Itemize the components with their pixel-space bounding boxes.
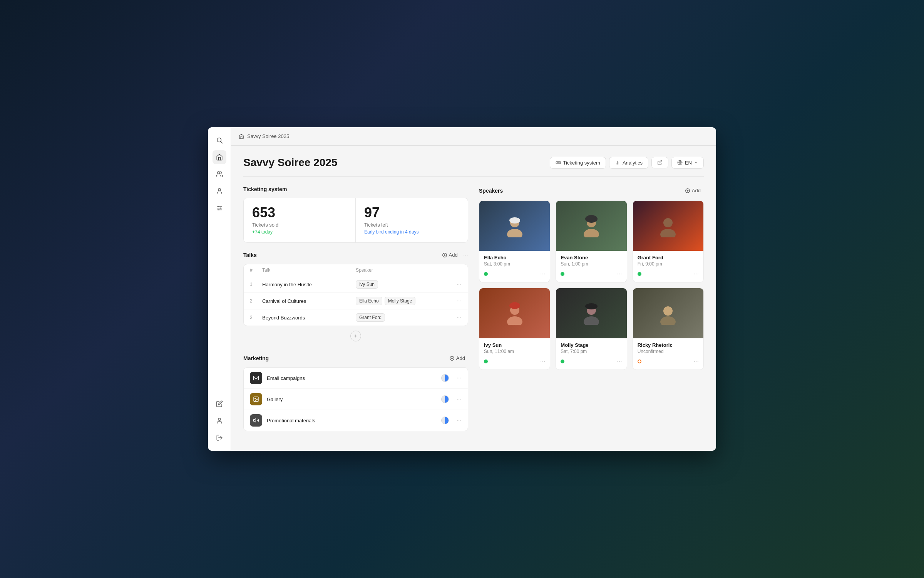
- svg-point-10: [218, 418, 221, 420]
- controls-nav-icon[interactable]: [213, 201, 226, 215]
- speaker-card-evan-stone: Evan Stone Sun, 1:00 pm ···: [556, 200, 627, 282]
- profile-nav-icon[interactable]: [213, 414, 226, 428]
- molly-stage-avatar-svg: [580, 302, 603, 325]
- svg-point-46: [584, 316, 599, 325]
- edit-nav-icon[interactable]: [213, 397, 226, 411]
- tickets-sold-label: Tickets sold: [252, 222, 347, 228]
- svg-point-36: [509, 217, 520, 223]
- export-button[interactable]: [651, 157, 668, 168]
- speaker-tag-grant-ford: Grant Ford: [356, 313, 385, 322]
- row-3-more[interactable]: ···: [449, 314, 462, 321]
- promo-materials-toggle[interactable]: [441, 417, 449, 424]
- ricky-rhetoric-footer: ···: [638, 358, 699, 365]
- grant-ford-footer: ···: [638, 271, 699, 277]
- gallery-more[interactable]: ···: [457, 396, 462, 403]
- row-2-speakers: Ella Echo Molly Stage: [356, 297, 449, 305]
- chevron-down-icon: [694, 161, 698, 165]
- promo-materials-more[interactable]: ···: [457, 417, 462, 424]
- promo-materials-icon: [250, 414, 262, 427]
- ella-echo-more[interactable]: ···: [540, 271, 545, 277]
- svg-line-16: [660, 161, 662, 163]
- search-icon[interactable]: [213, 133, 226, 147]
- marketing-add-button[interactable]: Add: [446, 354, 468, 363]
- svg-point-3: [218, 188, 221, 191]
- tickets-sold-card: 653 Tickets sold +74 today: [244, 198, 356, 242]
- audience-nav-icon[interactable]: [213, 167, 226, 181]
- row-1-more[interactable]: ···: [449, 281, 462, 288]
- marketing-list: Email campaigns ··· Gallery ···: [243, 367, 468, 431]
- grant-ford-more[interactable]: ···: [694, 271, 699, 277]
- gallery-toggle[interactable]: [441, 395, 449, 403]
- grant-ford-avatar-svg: [656, 214, 680, 237]
- ticketing-cards: 653 Tickets sold +74 today 97 Tickets le…: [243, 198, 468, 243]
- speaker-tag-ivy-sun: Ivy Sun: [356, 280, 378, 289]
- svg-point-9: [218, 209, 219, 210]
- evan-stone-info: Evan Stone Sun, 1:00 pm ···: [556, 251, 626, 282]
- page-title: Savvy Soiree 2025: [243, 156, 337, 169]
- tickets-left-card: 97 Tickets left Early bird ending in 4 d…: [356, 198, 468, 242]
- talks-section: Talks Add ··· #: [243, 250, 468, 346]
- tickets-sold-number: 653: [252, 206, 347, 220]
- evan-stone-name: Evan Stone: [561, 255, 622, 260]
- sidebar: [208, 127, 231, 451]
- talks-add-button[interactable]: Add: [439, 250, 461, 259]
- ricky-rhetoric-more[interactable]: ···: [694, 358, 699, 365]
- speakers-nav-icon[interactable]: [213, 184, 226, 198]
- tickets-left-sub: Early bird ending in 4 days: [364, 229, 459, 235]
- speaker-tag-ella-echo: Ella Echo: [356, 297, 382, 305]
- ticketing-system-button[interactable]: Ticketing system: [550, 157, 606, 169]
- molly-stage-date: Sat, 7:00 pm: [561, 349, 622, 354]
- speaker-tag-molly-stage: Molly Stage: [385, 297, 416, 305]
- analytics-button[interactable]: Analytics: [609, 157, 648, 169]
- list-item: Promotional materials ···: [244, 410, 468, 431]
- evan-stone-more[interactable]: ···: [617, 271, 622, 277]
- table-row: 2 Carnival of Cultures Ella Echo Molly S…: [244, 293, 468, 309]
- ivy-sun-date: Sun, 11:00 am: [484, 349, 545, 354]
- ricky-rhetoric-photo: [633, 288, 703, 338]
- grant-ford-name: Grant Ford: [638, 255, 699, 260]
- ella-echo-photo: [479, 201, 550, 251]
- svg-point-48: [663, 306, 673, 316]
- ivy-sun-more[interactable]: ···: [540, 358, 545, 365]
- gallery-icon: [250, 393, 262, 405]
- svg-point-44: [509, 302, 520, 309]
- talks-more-button[interactable]: ···: [463, 252, 468, 259]
- email-campaigns-toggle[interactable]: [441, 374, 449, 382]
- ticket-icon: [556, 160, 561, 165]
- molly-stage-info: Molly Stage Sat, 7:00 pm ···: [556, 338, 626, 370]
- evan-stone-status: [561, 272, 564, 276]
- content-area: Savvy Soiree 2025 Ticketing system Analy…: [231, 146, 716, 451]
- grant-ford-photo: [633, 201, 703, 251]
- email-campaigns-label: Email campaigns: [267, 375, 437, 381]
- lang-icon: [677, 160, 683, 165]
- grant-ford-info: Grant Ford Fri, 9:00 pm ···: [633, 251, 703, 282]
- table-row: 1 Harmony in the Hustle Ivy Sun ···: [244, 276, 468, 293]
- logout-nav-icon[interactable]: [213, 431, 226, 445]
- speaker-card-ricky-rhetoric: Ricky Rhetoric Unconfirmed ···: [633, 288, 704, 370]
- right-col: Speakers Add: [479, 186, 704, 431]
- row-1-speakers: Ivy Sun: [356, 280, 449, 289]
- svg-point-8: [220, 208, 221, 209]
- row-1-talk: Harmony in the Hustle: [262, 282, 356, 287]
- topbar-home-icon: [239, 134, 244, 139]
- molly-stage-more[interactable]: ···: [617, 358, 622, 365]
- evan-stone-footer: ···: [561, 271, 622, 277]
- ella-echo-date: Sat, 3:00 pm: [484, 261, 545, 267]
- svg-point-38: [584, 229, 599, 237]
- svg-point-47: [585, 303, 598, 309]
- analytics-icon: [615, 160, 620, 165]
- ivy-sun-photo: [479, 288, 550, 338]
- ivy-sun-footer: ···: [484, 358, 545, 365]
- table-row: 3 Beyond Buzzwords Grant Ford ···: [244, 309, 468, 326]
- add-icon: [442, 252, 447, 258]
- svg-point-7: [218, 206, 219, 207]
- gallery-label: Gallery: [267, 397, 437, 402]
- email-campaigns-icon: [250, 372, 262, 384]
- language-button[interactable]: EN: [671, 157, 704, 169]
- speakers-add-button[interactable]: Add: [682, 186, 704, 195]
- email-campaigns-more[interactable]: ···: [457, 375, 462, 381]
- add-talk-circle-button[interactable]: [350, 331, 361, 341]
- col-talk: Talk: [262, 267, 356, 273]
- row-2-more[interactable]: ···: [449, 297, 462, 304]
- home-nav-icon[interactable]: [213, 150, 226, 164]
